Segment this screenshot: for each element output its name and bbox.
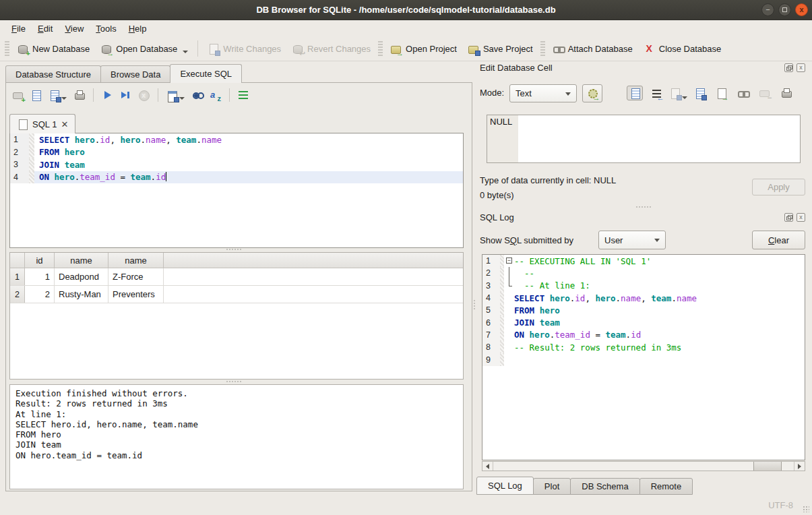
toolbar-button-label: Close Database — [659, 44, 722, 54]
apply-button: Apply — [752, 179, 805, 195]
table-cell[interactable]: Rusty-Man — [55, 286, 108, 303]
scroll-right-icon[interactable] — [794, 462, 805, 471]
print-cell-button[interactable] — [778, 86, 794, 100]
table-cell[interactable]: 2 — [25, 286, 55, 303]
column-header-name[interactable]: name — [55, 253, 108, 268]
log-line: 2 -- — [482, 267, 805, 279]
execute-current-line-button[interactable] — [120, 90, 131, 101]
column-header-id[interactable]: id — [25, 253, 55, 268]
tab-browse-data[interactable]: Browse Data — [100, 65, 170, 83]
sql-document-tab[interactable]: SQL 1 ✕ — [9, 114, 75, 133]
format-sql-button[interactable] — [210, 90, 221, 101]
log-filter-select[interactable]: User — [598, 231, 666, 249]
text-mode-button[interactable] — [627, 86, 643, 100]
close-panel-icon[interactable]: x — [797, 63, 805, 72]
tab-database-structure[interactable]: Database Structure — [5, 65, 101, 83]
word-wrap-button[interactable] — [238, 90, 249, 101]
print-cell-icon — [780, 88, 792, 99]
sql-editor-toolbar: + — [12, 88, 249, 102]
scrollbar-thumb[interactable] — [753, 462, 782, 471]
close-database-button[interactable]: XClose Database — [638, 40, 727, 57]
find-replace-icon — [191, 90, 203, 101]
table-cell[interactable]: Deadpond — [55, 268, 108, 285]
menu-file[interactable]: File — [5, 22, 32, 35]
results-message-splitter[interactable] — [226, 381, 241, 382]
menu-view[interactable]: View — [59, 22, 90, 35]
line-number: 8 — [482, 341, 500, 353]
results-corner[interactable] — [10, 253, 25, 268]
dock-tab-remote[interactable]: Remote — [639, 478, 693, 495]
toolbar-button-label: Revert Changes — [307, 44, 371, 54]
auto-apply-button[interactable]: → — [582, 84, 602, 102]
editor-line[interactable]: 3JOIN team — [10, 158, 463, 171]
open-database-button[interactable]: →Open Database — [95, 40, 193, 57]
menu-tools[interactable]: Tools — [90, 22, 122, 35]
new-sql-tab-button[interactable]: + — [12, 90, 24, 101]
code-text: ON hero.team_id = team.id — [34, 172, 463, 182]
table-cell[interactable]: 1 — [25, 268, 55, 285]
table-row: 11DeadpondZ-Force — [10, 268, 463, 286]
edit-cell-dock-buttons: x — [784, 63, 805, 72]
maximize-icon[interactable] — [778, 3, 791, 16]
close-panel-icon[interactable]: x — [797, 213, 805, 222]
dock-tab-sql-log[interactable]: SQL Log — [476, 477, 534, 495]
word-wrap-cell-button[interactable]: ← — [648, 86, 664, 100]
cell-value-editor[interactable]: NULL — [487, 115, 801, 163]
export-data-button[interactable]: → — [713, 86, 729, 100]
row-header[interactable]: 1 — [10, 268, 25, 285]
float-panel-icon[interactable] — [784, 213, 793, 222]
titlebar[interactable]: DB Browser for SQLite - /home/user/code/… — [0, 0, 812, 20]
fold-margin — [504, 304, 514, 316]
attach-database-button[interactable]: Attach Database — [547, 40, 638, 57]
toolbar-grip — [540, 41, 545, 56]
toolbar-button-label: Attach Database — [568, 44, 633, 54]
log-horizontal-scrollbar[interactable] — [482, 461, 805, 471]
tab-execute-sql[interactable]: Execute SQL — [170, 64, 242, 83]
fold-toggle-icon[interactable]: − — [506, 258, 512, 264]
execute-all-button[interactable] — [102, 90, 113, 101]
cell-log-splitter[interactable] — [636, 206, 651, 208]
new-database-button[interactable]: +New Database — [11, 40, 95, 57]
table-cell[interactable]: Preventers — [108, 286, 164, 303]
clear-log-button[interactable]: Clear — [752, 231, 805, 249]
minimize-icon[interactable]: − — [761, 3, 774, 16]
resize-grip[interactable] — [803, 506, 809, 512]
code-text: SELECT hero.id, hero.name, team.name — [514, 293, 697, 303]
log-line: 8-- Result: 2 rows returned in 3ms — [482, 341, 805, 353]
open-sql-file-button[interactable] — [30, 90, 42, 101]
save-data-button[interactable] — [691, 86, 708, 100]
mode-select[interactable]: Text — [509, 84, 577, 102]
editor-line[interactable]: 2FROM hero — [10, 146, 463, 159]
fold-margin — [504, 353, 514, 365]
close-icon[interactable]: x — [795, 3, 808, 16]
sql-editor[interactable]: 1SELECT hero.id, hero.name, team.name2FR… — [9, 133, 464, 248]
close-tab-icon[interactable]: ✕ — [61, 119, 68, 129]
save-project-button[interactable]: Save Project — [462, 40, 538, 57]
dock-tab-plot[interactable]: Plot — [533, 478, 571, 495]
log-line: 9 — [482, 353, 805, 365]
results-header-row: idnamename — [10, 253, 463, 268]
scrollbar-track[interactable] — [493, 462, 794, 471]
menu-edit[interactable]: Edit — [32, 22, 59, 35]
editor-results-splitter[interactable] — [226, 249, 241, 250]
editor-line[interactable]: 4ON hero.team_id = team.id — [10, 171, 463, 184]
column-header-name[interactable]: name — [108, 253, 164, 268]
print-sql-button[interactable] — [73, 90, 85, 101]
import-data-button — [670, 86, 686, 100]
export-results-button[interactable] — [166, 90, 185, 101]
float-panel-icon[interactable] — [784, 63, 793, 72]
find-replace-button[interactable] — [191, 90, 203, 101]
fold-margin — [504, 280, 514, 292]
scroll-left-icon[interactable] — [482, 462, 493, 471]
dock-tab-db-schema[interactable]: DB Schema — [570, 478, 639, 495]
mode-select-value: Text — [516, 88, 532, 98]
row-header[interactable]: 2 — [10, 286, 25, 303]
menu-help[interactable]: Help — [123, 22, 153, 35]
editor-line[interactable]: 1SELECT hero.id, hero.name, team.name — [10, 133, 463, 146]
sql-log-view[interactable]: 1−-- EXECUTING ALL IN 'SQL 1'2 --3 -- At… — [482, 254, 805, 460]
table-cell[interactable]: Z-Force — [108, 268, 164, 285]
open-external-button[interactable] — [735, 86, 751, 100]
pane-splitter[interactable] — [474, 300, 475, 309]
save-sql-file-button[interactable] — [49, 90, 67, 101]
open-project-button[interactable]: →Open Project — [385, 40, 462, 57]
